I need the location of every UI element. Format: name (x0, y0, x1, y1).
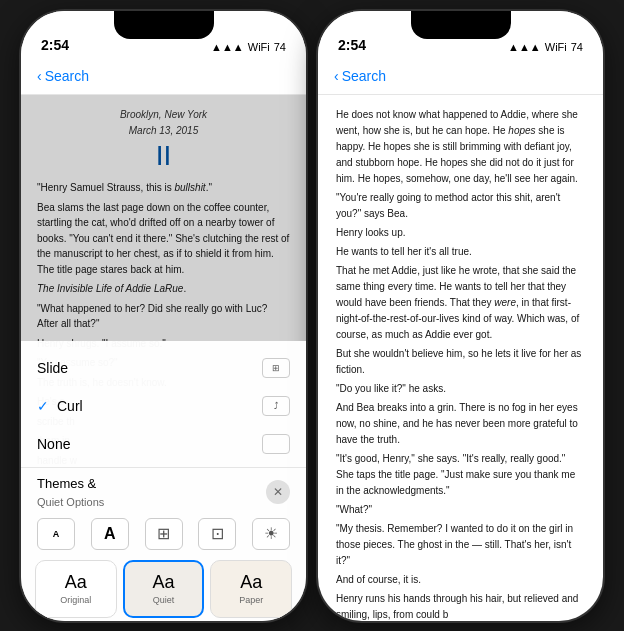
slide-icon-box: ⊞ (262, 358, 290, 378)
notch (114, 11, 214, 39)
slide-menu: Slide ⊞ ✓ Curl ⤴ None (21, 341, 306, 468)
curl-label: Curl (57, 398, 262, 414)
columns-icon: ⊞ (157, 524, 170, 543)
right-nav-bar: ‹ Search (318, 59, 603, 95)
large-font-button[interactable]: A (91, 518, 129, 550)
curl-icon-box: ⤴ (262, 396, 290, 416)
small-font-button[interactable]: A (37, 518, 75, 550)
right-status-bar: 2:54 ▲▲▲ WiFi 74 (318, 11, 603, 59)
rp-10: "What?" (336, 502, 585, 518)
theme-grid: Aa Original Aa Quiet Aa Paper Aa Bold (21, 556, 306, 621)
back-label: Search (45, 68, 89, 84)
rp-12: And of course, it is. (336, 572, 585, 588)
theme-paper-aa: Aa (240, 572, 262, 593)
right-phone-inner: ‹ Search He does not know what happened … (318, 59, 603, 621)
right-signal-icon: ▲▲▲ (508, 41, 541, 53)
theme-card-quiet[interactable]: Aa Quiet (123, 560, 205, 618)
themes-header: Themes & Quiet Options ✕ (21, 468, 306, 514)
page-style-button[interactable]: ⊡ (198, 518, 236, 550)
theme-original-label: Original (60, 595, 91, 605)
left-time: 2:54 (41, 37, 69, 53)
theme-card-original[interactable]: Aa Original (35, 560, 117, 618)
rp-4: He wants to tell her it's all true. (336, 244, 585, 260)
right-wifi-icon: WiFi (545, 41, 567, 53)
left-status-bar: 2:54 ▲▲▲ WiFi 74 (21, 11, 306, 59)
brightness-icon: ☀ (264, 524, 278, 543)
rp-13: Henry runs his hands through his hair, b… (336, 591, 585, 621)
slide-menu-item-none[interactable]: None (37, 425, 290, 463)
left-phone: 2:54 ▲▲▲ WiFi 74 ‹ Search (21, 11, 306, 621)
right-reading-content: He does not know what happened to Addie,… (318, 95, 603, 621)
overlay-panel: Slide ⊞ ✓ Curl ⤴ None (21, 341, 306, 621)
left-back-button[interactable]: ‹ Search (37, 68, 89, 84)
theme-quiet-aa: Aa (152, 572, 174, 593)
right-back-button[interactable]: ‹ Search (334, 68, 386, 84)
slide-label: Slide (37, 360, 68, 376)
back-chevron-icon: ‹ (37, 68, 42, 84)
slide-menu-item-curl[interactable]: ✓ Curl ⤴ (37, 387, 290, 425)
theme-quiet-label: Quiet (153, 595, 175, 605)
right-phone: 2:54 ▲▲▲ WiFi 74 ‹ Search He does not kn… (318, 11, 603, 621)
rp-2: "You're really going to method actor thi… (336, 190, 585, 222)
rp-8: And Bea breaks into a grin. There is no … (336, 400, 585, 448)
right-time: 2:54 (338, 37, 366, 53)
rp-5: That he met Addie, just like he wrote, t… (336, 263, 585, 343)
rp-3: Henry looks up. (336, 225, 585, 241)
columns-button[interactable]: ⊞ (145, 518, 183, 550)
right-back-chevron-icon: ‹ (334, 68, 339, 84)
theme-card-paper[interactable]: Aa Paper (210, 560, 292, 618)
rp-11: "My thesis. Remember? I wanted to do it … (336, 521, 585, 569)
themes-title: Themes & (37, 476, 96, 491)
none-icon-box (262, 434, 290, 454)
left-status-icons: ▲▲▲ WiFi 74 (211, 41, 286, 53)
rp-7: "Do you like it?" he asks. (336, 381, 585, 397)
quiet-options-label: Quiet Options (37, 496, 104, 508)
brightness-button[interactable]: ☀ (252, 518, 290, 550)
close-button[interactable]: ✕ (266, 480, 290, 504)
rp-6: But she wouldn't believe him, so he lets… (336, 346, 585, 378)
phones-container: 2:54 ▲▲▲ WiFi 74 ‹ Search (21, 11, 603, 621)
rp-1: He does not know what happened to Addie,… (336, 107, 585, 187)
theme-original-aa: Aa (65, 572, 87, 593)
toolbar-row: A A ⊞ ⊡ ☀ (21, 514, 306, 556)
right-notch (411, 11, 511, 39)
signal-icon: ▲▲▲ (211, 41, 244, 53)
slide-menu-item-slide[interactable]: Slide ⊞ (37, 349, 290, 387)
none-label: None (37, 436, 70, 452)
right-status-icons: ▲▲▲ WiFi 74 (508, 41, 583, 53)
battery-icon: 74 (274, 41, 286, 53)
left-phone-inner: ‹ Search Brooklyn, New York March 13, 20… (21, 59, 306, 621)
themes-label: Themes & Quiet Options (37, 474, 104, 510)
left-nav-bar: ‹ Search (21, 59, 306, 95)
wifi-icon: WiFi (248, 41, 270, 53)
page-style-icon: ⊡ (211, 524, 224, 543)
right-battery-icon: 74 (571, 41, 583, 53)
check-icon: ✓ (37, 398, 49, 414)
rp-9: "It's good, Henry," she says. "It's real… (336, 451, 585, 499)
theme-paper-label: Paper (239, 595, 263, 605)
right-back-label: Search (342, 68, 386, 84)
